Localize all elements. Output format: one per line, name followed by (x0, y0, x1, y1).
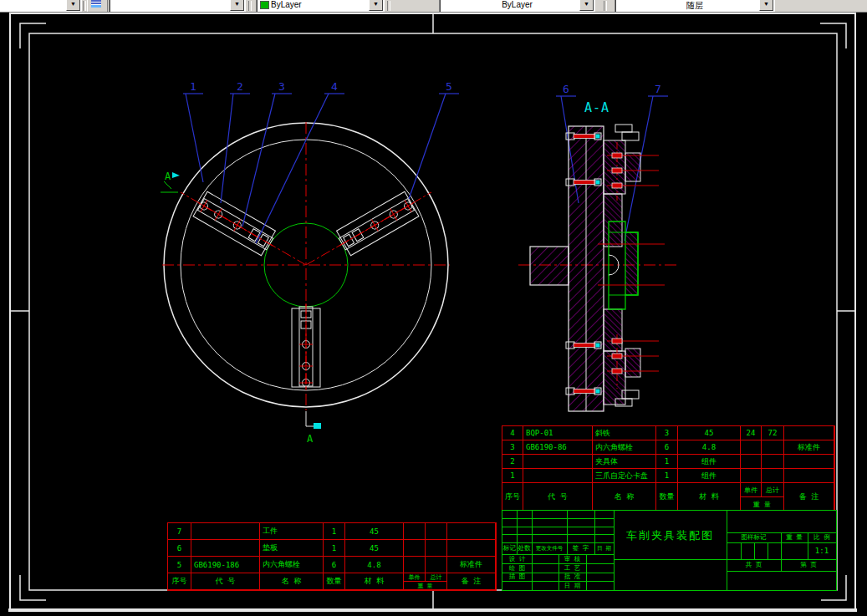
bom-cell (191, 540, 260, 557)
linetype-combo[interactable]: ByLayer ▼ (439, 0, 595, 13)
bom-cell: 组件 (678, 455, 741, 469)
bom-header-code: 代 号 (523, 483, 593, 511)
bom-header-material: 材 料 (678, 483, 741, 511)
bom-cell: 1 (324, 523, 345, 540)
titleblock-design: 设 计 (502, 554, 532, 563)
small-fasteners (612, 153, 622, 374)
layer-combo[interactable]: ▼ (0, 0, 82, 13)
bom-cell (404, 557, 426, 573)
chevron-down-icon[interactable]: ▼ (579, 0, 594, 11)
section-view (518, 125, 679, 411)
properties-toolbar: ▼ ▼ ByLayer ▼ ByLayer ▼ 随层 ▼ (0, 0, 867, 13)
callout-6: 6 (563, 83, 569, 95)
titleblock-process: 工 艺 (558, 563, 586, 573)
layer-state-combo[interactable]: ▼ (109, 0, 246, 13)
bom-cell (447, 540, 496, 557)
bom-cell: 6 (656, 440, 678, 455)
titleblock-approve: 批 准 (558, 573, 586, 581)
bom-cell (191, 523, 260, 540)
titleblock-rev-mark: 标记 (502, 542, 517, 554)
titleblock-weight-label: 重 量 (781, 532, 808, 542)
bom-header-note: 备 注 (447, 573, 496, 590)
chevron-down-icon[interactable]: ▼ (230, 0, 244, 11)
bom-cell: 内六角螺栓 (593, 440, 656, 455)
section-view-title: A-A (584, 100, 609, 115)
bom-cell: 垫板 (260, 540, 324, 557)
bom-header-code: 代 号 (191, 573, 260, 590)
bom-header-qty: 数量 (656, 483, 678, 511)
title-block: 标记 处数 更改文件号 签 字 日 期 设 计 绘 图 描 图 审 核 工 艺 … (502, 510, 837, 591)
toolbar-separator (248, 1, 252, 11)
layer-properties-button[interactable] (87, 0, 108, 13)
bom-cell: 5 (168, 557, 191, 573)
bom-cell (784, 426, 834, 440)
bom-header-unit: 单件 (404, 573, 426, 581)
bom-header-note: 备 注 (784, 483, 834, 511)
bom-cell: 45 (678, 426, 741, 440)
bom-header-total: 总计 (426, 573, 446, 581)
chevron-down-icon[interactable]: ▼ (759, 0, 773, 11)
jaw-arm-bottom (292, 303, 320, 390)
callout-1: 1 (190, 80, 196, 93)
scale-value: 1:1 (808, 542, 836, 559)
bom-cell: 三爪自定心卡盘 (593, 469, 656, 483)
chevron-down-icon[interactable]: ▼ (66, 0, 80, 11)
drawing-title: 车削夹具装配图 (614, 517, 727, 554)
titleblock-rev-date: 日 期 (594, 542, 614, 554)
color-combo-value: ByLayer (271, 0, 302, 9)
bom-header-no: 序号 (502, 483, 523, 511)
bom-cell (426, 540, 447, 557)
callout-2: 2 (237, 80, 243, 93)
callout-5: 5 (446, 80, 452, 93)
section-arrow-icon (314, 423, 321, 429)
section-cut-marker-bottom: A (306, 411, 321, 445)
bom-cell: 1 (656, 455, 678, 469)
bom-cell: 标准件 (784, 440, 834, 455)
bom-cell: 1 (324, 540, 345, 557)
section-arrow-icon (172, 172, 180, 178)
bom-cell (523, 455, 593, 469)
linetype-combo-value: ByLayer (502, 0, 533, 9)
bom-lower-table: 7 工件 1 45 6 垫板 1 45 5 GB6190-186 内六角螺栓 6… (167, 522, 497, 591)
bom-header-material: 材 料 (345, 573, 404, 590)
bom-cell (523, 469, 593, 483)
color-swatch-green (260, 1, 269, 9)
callout-7: 7 (655, 83, 661, 95)
callout-numbers: 1 2 3 4 5 6 7 (190, 80, 661, 95)
color-combo[interactable]: ByLayer ▼ (256, 0, 385, 13)
bom-cell: 1 (502, 469, 523, 483)
bom-cell (784, 469, 834, 483)
section-cut-marker-top: A (161, 171, 180, 192)
bom-cell (426, 523, 447, 540)
bom-cell: 7 (168, 523, 191, 540)
bom-cell: 72 (762, 426, 784, 440)
bom-cell (741, 440, 762, 455)
toolbar-separator (604, 1, 607, 11)
lineweight-combo[interactable]: 随层 ▼ (615, 0, 775, 13)
toolbar-separator (387, 1, 390, 11)
bom-cell (762, 469, 784, 483)
jaw-arm-upper-left (191, 190, 280, 257)
sheet-number: 第 页 (781, 559, 836, 571)
titleblock-stamp-label: 图样标记 (727, 532, 781, 542)
bom-header-weight-group: 单件 总计 重 量 (404, 573, 447, 590)
jaw-arm-upper-right (332, 190, 421, 257)
bom-header-unit: 单件 (741, 483, 762, 496)
titleblock-draw: 绘 图 (502, 563, 532, 573)
bom-cell: 6 (324, 557, 345, 573)
callout-3: 3 (278, 80, 285, 93)
titleblock-rev-sign: 签 字 (567, 542, 594, 554)
bom-cell (741, 455, 762, 469)
callout-4: 4 (331, 80, 338, 93)
bom-cell: 斜铁 (593, 426, 656, 440)
chevron-down-icon[interactable]: ▼ (369, 0, 383, 11)
bom-cell: GB6190-86 (523, 440, 593, 455)
bom-cell: 1 (656, 469, 678, 483)
bom-header-name: 名 称 (593, 483, 656, 511)
bom-cell: 6 (168, 540, 191, 557)
bom-cell: 45 (345, 540, 404, 557)
bom-cell: 4.8 (345, 557, 404, 573)
bom-cell: 夹具体 (593, 455, 656, 469)
titleblock-rev-doc: 更改文件号 (532, 542, 567, 554)
titleblock-check: 审 核 (558, 554, 586, 563)
